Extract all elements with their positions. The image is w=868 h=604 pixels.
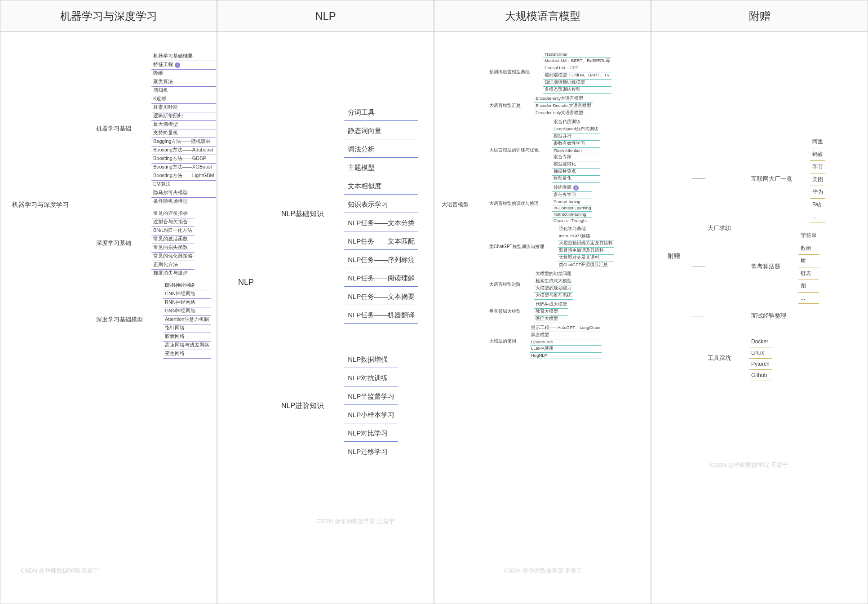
leaf-node: 模型并行 [552, 133, 600, 140]
branch-label: 大语言模型的调优与推理 [487, 199, 541, 208]
leaf-node: NLP任务——文本摘要 [344, 289, 418, 304]
leaf-node: 特征工程3 [151, 61, 216, 69]
leaf-node: 聚类算法 [151, 78, 216, 86]
leaf-node: 代码生成大模型 [534, 301, 568, 308]
leaf-node: Boosting方法——LightGBM [151, 172, 216, 180]
children-container: TransformerMasked LM：BERT、RoBERTa等Causal… [543, 51, 611, 93]
leaf-node: Boosting方法——Adaboost [151, 146, 216, 154]
watermark: CSDN @华师数据学院·王嘉宁 [710, 461, 788, 469]
children-container: 常见的评价指标过拟合与欠拟合BN/LN归一化方法常见的激活函数常见的损失函数常见… [151, 209, 195, 277]
branch-label: 预训练语言模型基础 [487, 67, 532, 76]
column-nlp: NLP NLP NLP基础知识分词工具静态词向量词法分析主题模型文本相似度知识表… [217, 0, 434, 604]
branch-node: 深度学习基础常见的评价指标过拟合与欠拟合BN/LN归一化方法常见的激活函数常见的… [94, 209, 216, 277]
branch-node: 大语言模型汇总Encoder-only大语言模型Encoder-Decoder大… [487, 95, 614, 116]
leaf-node: 正则化方法 [151, 261, 195, 269]
children-container: 传统微调3多任务学习Prompt-tuningIn-Context Learni… [552, 184, 592, 223]
leaf-node: 主题模型 [344, 160, 418, 175]
leaf-node: OpenAI API [530, 339, 602, 345]
leaf-node: Masked LM：BERT、RoBERTa等 [543, 58, 611, 64]
leaf-node: 机器学习基础概要 [151, 52, 216, 60]
leaf-node: 阿里 [810, 136, 825, 147]
leaf-node: 支持向量机 [151, 129, 216, 137]
leaf-node: 降维 [151, 69, 216, 77]
leaf-node: 指针网络 [163, 324, 211, 332]
mindmap-comparison-page: 机器学习与深度学习 机器学习与深度学习 机器学习基础机器学习基础概要特征工程3降… [0, 0, 868, 604]
leaf-node: 教育大模型 [534, 308, 568, 315]
children-container: 混合精度训练DeepSpeed分布式训练模型并行参数有效性学习Flash Att… [552, 118, 600, 182]
leaf-node: 检索生成式大模型 [534, 278, 573, 284]
leaf-node: Boosting方法——XGBoost [151, 163, 216, 171]
leaf-node: 常见的评价指标 [151, 209, 195, 218]
branch-label: 深度学习基础 [94, 238, 133, 249]
children-container: 阿里蚂蚁字节美团华为B站... [810, 135, 825, 222]
children-container: 强化学习基础InstructGPT解读大模型预训练方案及其语料监督指令微调及其语… [558, 225, 614, 268]
leaf-node: Chain-of-Thought [552, 218, 592, 223]
watermark: CSDN @华师数据学院·王嘉宁 [21, 567, 99, 575]
branch-node: 大语言模型进阶大模型的幻觉问题检索生成式大模型大模型的规划能力大模型与推荐系统 [487, 270, 614, 299]
root-node: NLP [235, 276, 257, 289]
leaf-node: Linux [749, 348, 772, 358]
leaf-node: Instruction-tuning [552, 211, 592, 217]
branch-node: 深度学习基础模型BNN神经网络CNN神经网络RNN神经网络GNN神经网络Atte… [94, 281, 216, 358]
leaf-node: 大模型预训练方案及其语料 [558, 240, 614, 247]
leaf-node: 常见的激活函数 [151, 235, 195, 243]
column-body: NLP NLP基础知识分词工具静态词向量词法分析主题模型文本相似度知识表示学习N… [217, 32, 434, 604]
leaf-node: Flash Attention [552, 147, 600, 153]
leaf-node: 梯度检查点 [552, 168, 600, 175]
column-body: 附赠 大厂求职互联网大厂一览阿里蚂蚁字节美团华为B站...常考算法题字符串数组树… [651, 32, 868, 604]
sub-branch: 常考算法题字符串数组树链表图... [749, 229, 825, 303]
leaf-node: 树 [798, 255, 819, 266]
leaf-node: Bagging方法——随机森林 [151, 138, 216, 146]
leaf-node: 混合精度训练 [552, 119, 600, 125]
leaf-node: 华为 [810, 187, 825, 198]
leaf-node: Boosting方法——GDBP [151, 155, 216, 163]
leaf-node: InstructGPT解读 [558, 233, 614, 240]
root-node: 机器学习与深度学习 [9, 199, 71, 211]
branch-label: 工具踩坑 [705, 353, 733, 364]
leaf-node: 模型量化 [552, 175, 600, 182]
root-node: 大语言模型 [439, 199, 471, 210]
leaf-node: NLP任务——机器翻译 [344, 308, 418, 323]
leaf-node: 黑盒模型 [530, 332, 602, 338]
leaf-node: Decoder-only大语言模型 [534, 110, 593, 116]
branch-label: 大模型的使用 [487, 337, 518, 346]
leaf-node: 参数有效性学习 [552, 140, 600, 147]
leaf-node: 条件随机场模型 [151, 197, 216, 205]
leaf-node: Docker [749, 337, 772, 346]
column-body: 机器学习与深度学习 机器学习基础机器学习基础概要特征工程3降维聚类算法感知机K近… [0, 32, 217, 604]
root-node: 附赠 [665, 250, 683, 262]
leaf-node: 变生网络 [163, 350, 211, 358]
leaf-node: Github [749, 370, 772, 380]
branch-label: 深度学习基础模型 [94, 314, 145, 325]
leaf-node: NLP迁移学习 [344, 444, 398, 459]
leaf-node: NLP任务——阅读理解 [344, 271, 418, 286]
mindmap-tree: 大语言模型 预训练语言模型基础TransformerMasked LM：BERT… [439, 50, 614, 359]
leaf-node: 感知机 [151, 86, 216, 94]
leaf-node: 朴素贝叶斯 [151, 103, 216, 111]
count-badge: 3 [175, 62, 180, 68]
branch-label: 机器学习基础 [94, 123, 133, 134]
sub-branch-label: 常考算法题 [749, 261, 783, 272]
leaf-node: 分词工具 [344, 105, 418, 120]
leaf-node: CNN神经网络 [163, 290, 211, 298]
sub-branch: 互联网大厂一览阿里蚂蚁字节美团华为B站... [749, 135, 825, 222]
branch-node: 类ChatGPT模型训练与推理强化学习基础InstructGPT解读大模型预训练… [487, 225, 614, 268]
column-appendix: 附赠 附赠 大厂求职互联网大厂一览阿里蚂蚁字节美团华为B站...常考算法题字符串… [651, 0, 868, 604]
count-badge: 3 [573, 185, 579, 191]
watermark: CSDN @华师数据学院·王嘉宁 [316, 517, 394, 525]
children-container: 代码生成大模型教育大模型医疗大模型 [534, 301, 568, 322]
branch-node: 大语言模型的调优与推理传统微调3多任务学习Prompt-tuningIn-Con… [487, 184, 614, 223]
column-header: 大规模语言模型 [434, 0, 651, 32]
leaf-node: HugNLP [530, 352, 602, 358]
leaf-node: 类ChatGPT开源项目汇总 [558, 262, 614, 268]
branch-label: 类ChatGPT模型训练与推理 [487, 242, 546, 251]
leaf-node: 常见的损失函数 [151, 244, 195, 252]
sub-branch-label: 互联网大厂一览 [749, 173, 794, 184]
leaf-node: 常见的优化器策略 [151, 252, 195, 260]
leaf-node: Causal LM：GPT [543, 65, 611, 71]
leaf-node: 胶囊网络 [163, 333, 211, 341]
leaf-node: NLP半监督学习 [344, 389, 398, 404]
branch-node: NLP基础知识分词工具静态词向量词法分析主题模型文本相似度知识表示学习NLP任务… [279, 104, 418, 324]
branch-label: 大语言模型汇总 [487, 101, 523, 110]
leaf-node: 医疗大模型 [534, 315, 568, 322]
